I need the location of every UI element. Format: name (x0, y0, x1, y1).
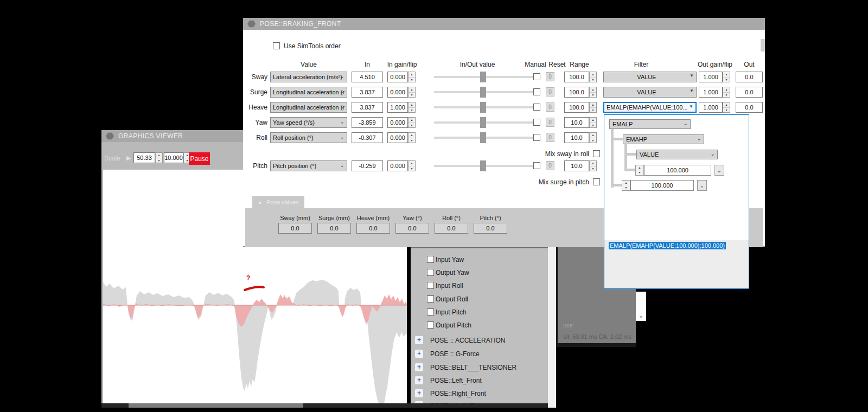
spin-down-icon[interactable]: ▼ (590, 138, 596, 143)
in-gain-heave[interactable]: 1.000 (387, 102, 408, 113)
scale-1-spinner[interactable]: ▲ ▼ (155, 152, 163, 163)
spin-down-icon[interactable]: ▼ (590, 108, 596, 113)
spin-up-icon[interactable]: ▲ (590, 72, 596, 78)
value-combo-roll[interactable]: Roll position (°)⌄ (270, 132, 347, 143)
manual-checkbox-sway[interactable] (533, 73, 540, 80)
use-simtools-checkbox[interactable] (273, 42, 280, 49)
manual-checkbox-roll[interactable] (533, 134, 540, 141)
inout-slider-pitch[interactable] (434, 160, 533, 171)
value-combo-sway[interactable]: Lateral acceleration (m/s²)⌄ (270, 72, 347, 82)
filter-level-combo-value[interactable]: VALUE⌄ (636, 150, 718, 159)
in-gain-spinner-pitch[interactable]: ▲▼ (408, 160, 416, 171)
scale-value-2[interactable]: 10.000 (164, 152, 183, 163)
range-value-roll[interactable]: 10.0 (564, 132, 589, 143)
spin-up-icon[interactable]: ▲ (590, 102, 596, 108)
filter-level-combo-emalp[interactable]: EMALP⌄ (609, 119, 691, 129)
slider-thumb[interactable] (480, 160, 486, 171)
spin-down-icon[interactable]: ▼ (409, 108, 415, 113)
slider-thumb[interactable] (480, 132, 486, 143)
in-gain-spinner-surge[interactable]: ▲▼ (408, 87, 416, 98)
value-combo-heave[interactable]: Longitudinal acceleration (r⌄ (270, 102, 347, 113)
range-spinner-roll[interactable]: ▲▼ (589, 132, 597, 143)
horizontal-scrollbar[interactable] (101, 403, 548, 408)
spin-up-icon[interactable]: ▲ (723, 87, 730, 93)
spin-down-icon[interactable]: ▼ (409, 138, 415, 143)
tree-item-pose-acceleration[interactable]: POSE :: ACCELERATION (430, 337, 505, 344)
spin-up-icon[interactable]: ▲ (622, 181, 630, 185)
spin-up-icon[interactable]: ▲ (590, 87, 596, 93)
spin-down-icon[interactable]: ▼ (723, 93, 730, 98)
spin-up-icon[interactable]: ▲ (723, 102, 730, 108)
out-gain-spinner-sway[interactable]: ▲▼ (723, 72, 730, 82)
filter-combo-heave[interactable]: EMALP(EMAHP(VALUE;100...▼ (603, 102, 697, 113)
spin-down-icon[interactable]: ▼ (409, 123, 415, 128)
spin-up-icon[interactable]: ▲ (590, 161, 596, 166)
pose-window-titlebar[interactable]: POSE::BRAKING_FRONT (243, 18, 765, 30)
tree-expand-button-pose-belt-tensioner[interactable]: + (415, 363, 423, 371)
spin-up-icon[interactable]: ▲ (409, 87, 415, 93)
filter-expression-selected-text[interactable]: EMALP(EMAHP(VALUE;100.000);100.000) (609, 242, 726, 249)
spin-up-icon[interactable]: ▲ (409, 118, 415, 123)
value-combo-yaw[interactable]: Yaw speed (°/s)⌄ (270, 117, 347, 128)
mix-sway-checkbox[interactable] (593, 150, 600, 157)
mix-surge-checkbox[interactable] (593, 178, 600, 185)
spin-down-icon[interactable]: ▼ (409, 78, 415, 82)
manual-checkbox-heave[interactable] (533, 104, 540, 111)
signal-checkbox-output-yaw[interactable] (427, 269, 434, 276)
manual-checkbox-surge[interactable] (533, 88, 540, 95)
spin-down-icon[interactable]: ▼ (723, 78, 730, 82)
in-gain-sway[interactable]: 0.000 (387, 72, 408, 82)
inout-slider-yaw[interactable] (434, 117, 533, 128)
reset-button-surge[interactable]: 0 (546, 87, 554, 96)
spin-up-icon[interactable]: ▲ (409, 72, 415, 78)
panel-scrollbar-strip[interactable] (548, 247, 556, 408)
param-dropdown-0[interactable]: ⌄ (714, 165, 724, 176)
range-value-yaw[interactable]: 10.0 (564, 117, 589, 128)
spin-up-icon[interactable]: ▲ (723, 72, 730, 78)
reset-button-sway[interactable]: 0 (546, 72, 554, 81)
param-value-1[interactable]: 100.000 (630, 180, 694, 191)
signal-checkbox-output-pitch[interactable] (427, 321, 434, 329)
spin-down-icon[interactable]: ▼ (723, 108, 730, 113)
slider-thumb[interactable] (480, 72, 486, 82)
inout-slider-roll[interactable] (434, 132, 533, 143)
range-spinner-pitch[interactable]: ▲▼ (589, 160, 597, 171)
range-value-surge[interactable]: 100.0 (564, 87, 589, 98)
range-spinner-surge[interactable]: ▲▼ (589, 87, 597, 98)
in-gain-spinner-yaw[interactable]: ▲▼ (408, 117, 416, 128)
inout-slider-sway[interactable] (434, 72, 533, 82)
play-icon[interactable]: ▶ (126, 154, 131, 162)
value-combo-surge[interactable]: Longitudinal acceleration (r⌄ (270, 87, 347, 98)
spin-up-icon[interactable]: ▲ (590, 133, 596, 138)
tree-item-pose-g-force[interactable]: POSE :: G-Force (430, 350, 480, 358)
tree-item-pose-right-front[interactable]: POSE::Right_Front (430, 390, 486, 397)
out-gain-spinner-heave[interactable]: ▲▼ (723, 102, 730, 113)
slider-thumb[interactable] (480, 102, 486, 113)
spin-down-icon[interactable]: ▼ (636, 170, 643, 175)
filter-combo-surge[interactable]: VALUE▼ (603, 87, 697, 98)
in-gain-spinner-sway[interactable]: ▲▼ (408, 72, 416, 82)
spin-up-icon[interactable]: ▲ (409, 161, 415, 166)
signal-checkbox-input-roll[interactable] (427, 282, 434, 289)
range-spinner-sway[interactable]: ▲▼ (589, 72, 597, 82)
tree-expand-button-pose-right-front[interactable]: + (415, 389, 423, 397)
in-gain-spinner-heave[interactable]: ▲▼ (408, 102, 416, 113)
in-gain-spinner-roll[interactable]: ▲▼ (408, 132, 416, 143)
reset-button-pitch[interactable]: 0 (546, 161, 554, 170)
tree-expand-button-pose-g-force[interactable]: + (415, 350, 423, 358)
out-gain-heave[interactable]: 1.000 (699, 102, 723, 113)
param-updown-0[interactable]: ▲▼ (635, 165, 644, 176)
spin-down-icon[interactable]: ▼ (156, 158, 162, 163)
spin-up-icon[interactable]: ▲ (409, 102, 415, 108)
pause-button[interactable]: Pause (189, 152, 210, 165)
spin-up-icon[interactable]: ▲ (636, 165, 643, 170)
range-value-pitch[interactable]: 10.0 (564, 160, 589, 171)
in-gain-surge[interactable]: 0.000 (387, 87, 408, 98)
param-dropdown-1[interactable]: ⌄ (697, 180, 707, 191)
window-scrollbar-thumb[interactable] (761, 39, 765, 52)
pose-values-tab[interactable]: ▲ Pose values (252, 196, 304, 208)
filter-combo-sway[interactable]: VALUE▼ (603, 72, 697, 82)
slider-thumb[interactable] (480, 117, 486, 128)
signal-checkbox-input-pitch[interactable] (427, 308, 434, 316)
inout-slider-heave[interactable] (434, 102, 533, 113)
